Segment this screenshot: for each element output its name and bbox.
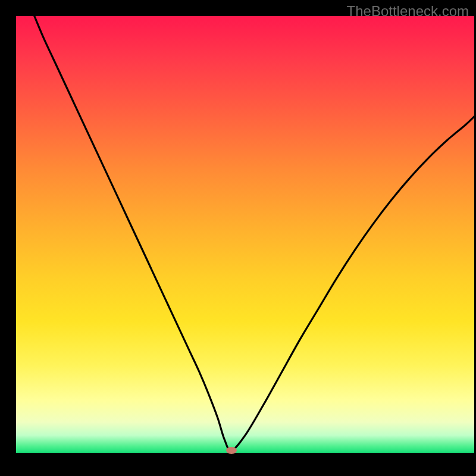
bottleneck-curve	[16, 16, 474, 453]
watermark-text: TheBottleneck.com	[347, 3, 469, 20]
optimum-marker	[226, 447, 237, 454]
chart-plot-area	[16, 16, 474, 453]
